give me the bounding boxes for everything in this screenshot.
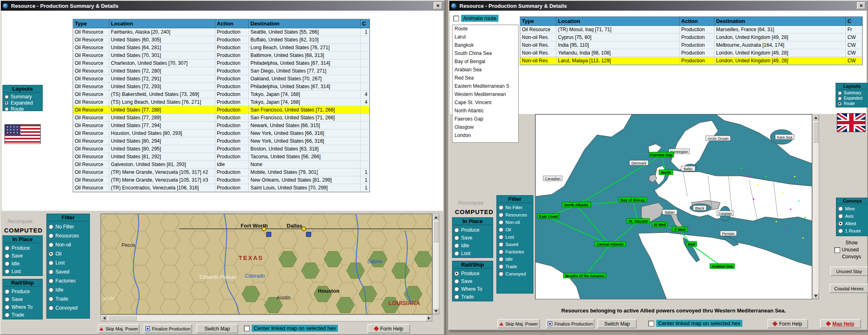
scroll-down-icon[interactable] (433, 308, 439, 314)
rail-ship-option[interactable]: Trade (453, 293, 492, 301)
filter-option[interactable]: Factories (48, 276, 89, 285)
filter-option[interactable]: No Filter (48, 222, 89, 231)
route-node-label[interactable]: Arabian Sea (710, 264, 735, 269)
route-map[interactable]: Arctic Ocean Kara Sea Norwegian Canadian… (535, 114, 812, 299)
table-row[interactable]: Oil Resource Houston, United States [80,… (73, 130, 370, 137)
filter-option[interactable]: Trade (498, 263, 532, 270)
col-header-type[interactable]: Type (73, 19, 109, 28)
route-node-label[interactable]: East Coast (537, 214, 560, 219)
form-help-button[interactable]: Form Help (767, 319, 808, 328)
layout-option[interactable]: Summary (837, 90, 867, 96)
table-row[interactable]: Oil Resource (TR) Mosul, Iraq [71, 71] P… (520, 26, 862, 34)
left-titlebar[interactable]: Resource - Production Summary & Details … (1, 1, 444, 11)
col-header-location[interactable]: Location (109, 19, 215, 28)
col-header-action[interactable]: Action (680, 17, 714, 26)
layout-option[interactable]: Expanded (4, 100, 41, 106)
filter-option[interactable]: Lost (498, 233, 532, 241)
filter-option[interactable]: Idle (48, 285, 89, 294)
route-list-item[interactable]: Bay of Bengal (452, 58, 518, 66)
route-list-item[interactable]: Faeroes Gap (452, 115, 518, 123)
col-header-location[interactable]: Location (556, 17, 680, 26)
layout-option[interactable]: Route (837, 101, 867, 106)
rail-ship-option[interactable]: Save (4, 295, 41, 303)
table-row[interactable]: Oil Resource United States [77, 294] Pro… (73, 122, 370, 130)
table-row[interactable]: Oil Resource United States [60, 305] Pro… (73, 36, 370, 44)
col-header-c[interactable]: C (846, 17, 862, 26)
scroll-left-icon[interactable] (101, 315, 107, 321)
table-row[interactable]: Non-oil Res. Larut, Malaya [113, 129] Pr… (520, 57, 862, 65)
col-header-type[interactable]: Type (520, 17, 556, 26)
table-row[interactable]: Oil Resource Galveston, United States [8… (73, 161, 370, 169)
route-list-item[interactable]: London (452, 132, 518, 140)
rail-ship-option[interactable]: Save (453, 277, 492, 285)
show-unused-checkbox[interactable] (834, 247, 840, 253)
factory-marker[interactable] (266, 232, 271, 237)
route-list-item[interactable]: Bangkok (452, 41, 518, 50)
filter-option[interactable]: Resources (48, 231, 89, 240)
table-row[interactable]: Oil Resource United States [72, 293] Pro… (73, 83, 370, 91)
table-row[interactable]: Oil Resource United States [77, 288] Pro… (73, 106, 370, 114)
table-row[interactable]: Non-oil Res. India [95, 110] Production … (520, 41, 862, 49)
switch-map-button[interactable]: Switch Map (597, 319, 637, 328)
coastal-hexes-button[interactable]: Coastal Hexes (829, 284, 868, 293)
route-list-item[interactable]: South China Sea (452, 50, 518, 58)
switch-map-button[interactable]: Switch Map (196, 324, 238, 333)
route-node-label[interactable]: Central Atlantic (595, 242, 626, 246)
table-row[interactable]: Oil Resource United States [64, 281] Pro… (73, 44, 370, 52)
route-node-label[interactable]: E Med (672, 227, 688, 232)
finalize-production-button[interactable]: Finalize Production (144, 324, 192, 333)
table-row[interactable]: Oil Resource (TR) Mene Grande, Venezuela… (73, 176, 370, 184)
filter-option[interactable]: Saved (498, 241, 532, 248)
table-row[interactable]: Oil Resource (TR) Encontrados, Venezuela… (73, 184, 370, 192)
convoy-option[interactable]: Allied (837, 220, 868, 227)
table-row[interactable]: Oil Resource United States [72, 291] Pro… (73, 75, 370, 83)
filter-option[interactable]: Trade (48, 294, 89, 303)
layout-option[interactable]: Expanded (837, 96, 867, 101)
rail-ship-option[interactable]: Produce (453, 269, 492, 277)
filter-option[interactable]: Oil (48, 249, 89, 258)
route-list-item[interactable]: Arabian Sea (452, 66, 518, 74)
skip-major-power-button[interactable]: Skip Maj. Power (497, 319, 540, 328)
table-row[interactable]: Oil Resource Charleston, United States [… (73, 59, 370, 67)
filter-option[interactable]: Factories (498, 248, 532, 255)
filter-option[interactable]: Convoyed (48, 303, 89, 312)
route-node-label[interactable]: St. Vincent (627, 219, 650, 223)
route-list-item[interactable]: Glasgow (452, 123, 518, 132)
finalize-production-button[interactable]: Finalize Production (546, 319, 595, 328)
table-row[interactable]: Non-oil Res. Yellandu, India [98, 108] P… (520, 49, 862, 57)
table-row[interactable]: Non-oil Res. Cyprus [75, 60] Production … (520, 34, 862, 41)
route-list-item[interactable]: Western Mediterranean (452, 91, 518, 99)
filter-option[interactable]: No Filter (498, 204, 532, 211)
route-listbox[interactable]: Route Larut Bangkok South China Sea Bay … (452, 25, 519, 143)
route-list-item[interactable]: Eastern Mediterranean S (452, 82, 518, 91)
factory-marker[interactable] (306, 232, 311, 237)
table-row[interactable]: Oil Resource (TS) Long Beach, United Sta… (73, 98, 370, 106)
route-node-label[interactable]: North Atlantic (562, 202, 591, 207)
in-place-option[interactable]: Produce (453, 226, 492, 234)
table-row[interactable]: Oil Resource United States [72, 280] Pro… (73, 67, 370, 75)
in-place-option[interactable]: Idle (4, 260, 41, 267)
map-vertical-scrollbar[interactable] (432, 214, 439, 314)
filter-option[interactable]: Saved (48, 267, 89, 276)
convoy-option[interactable]: Axis (837, 212, 868, 220)
scroll-thumb[interactable] (108, 315, 137, 321)
rail-ship-option[interactable]: Where To (4, 303, 41, 311)
in-place-option[interactable]: Lost (453, 249, 492, 257)
scroll-right-icon[interactable] (426, 315, 432, 321)
scroll-down-icon[interactable] (813, 293, 819, 299)
route-node-label[interactable]: Bay of Biscay (619, 197, 647, 202)
in-place-option[interactable]: Produce (4, 244, 41, 252)
filter-option[interactable]: Convoyed (498, 270, 532, 278)
in-place-option[interactable]: Save (453, 234, 492, 242)
filter-option[interactable]: Resources (498, 211, 532, 219)
form-help-button[interactable]: Form Help (367, 324, 410, 333)
in-place-option[interactable]: Lost (4, 267, 41, 275)
route-node-label[interactable]: Mouths of the Amazon (563, 273, 606, 278)
map-vertical-scrollbar[interactable] (812, 114, 819, 299)
in-place-option[interactable]: Idle (453, 242, 492, 249)
unused-stay-button[interactable]: Unused Stay (830, 267, 868, 276)
resource-dot[interactable] (302, 227, 306, 231)
filter-option[interactable]: Oil (498, 226, 532, 233)
table-row[interactable]: Oil Resource United States [81, 292] Pro… (73, 153, 370, 161)
table-row[interactable]: Oil Resource (TR) Mene Grande, Venezuela… (73, 169, 370, 176)
